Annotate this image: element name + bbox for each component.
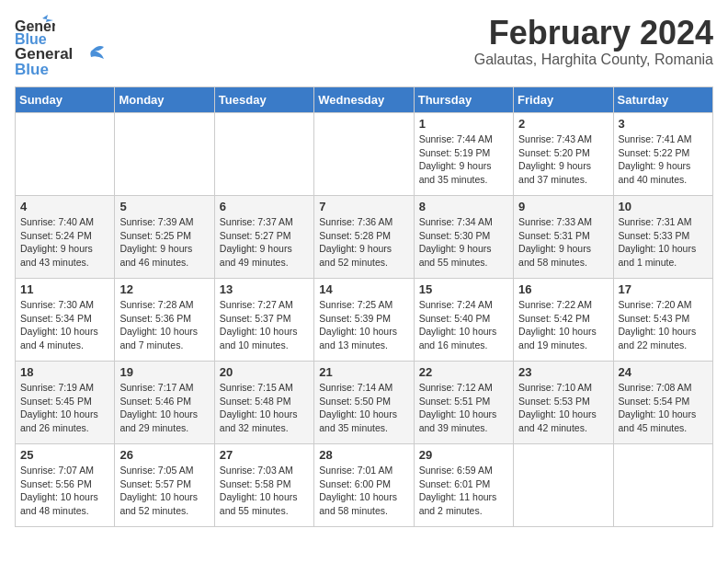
calendar-cell [514,444,613,527]
day-number: 22 [419,365,508,379]
day-number: 23 [518,365,608,379]
calendar-cell: 5Sunrise: 7:39 AM Sunset: 5:25 PM Daylig… [115,196,214,279]
day-number: 13 [220,282,309,296]
calendar-cell [214,113,313,196]
day-info: Sunrise: 7:39 AM Sunset: 5:25 PM Dayligh… [119,215,209,270]
calendar-cell: 21Sunrise: 7:14 AM Sunset: 5:50 PM Dayli… [314,362,414,444]
calendar-cell: 6Sunrise: 7:37 AM Sunset: 5:27 PM Daylig… [214,196,313,279]
calendar-cell: 25Sunrise: 7:07 AM Sunset: 5:56 PM Dayli… [16,444,115,527]
calendar-cell: 9Sunrise: 7:33 AM Sunset: 5:31 PM Daylig… [514,196,613,279]
day-info: Sunrise: 7:10 AM Sunset: 5:53 PM Dayligh… [518,381,608,435]
calendar-week-row: 18Sunrise: 7:19 AM Sunset: 5:45 PM Dayli… [16,362,713,444]
day-info: Sunrise: 7:34 AM Sunset: 5:30 PM Dayligh… [419,215,508,270]
day-number: 3 [619,117,708,131]
calendar-cell: 16Sunrise: 7:22 AM Sunset: 5:42 PM Dayli… [514,279,613,362]
day-number: 24 [619,365,708,379]
day-number: 9 [518,200,608,213]
location-subtitle: Galautas, Harghita County, Romania [474,52,713,68]
calendar-cell: 28Sunrise: 7:01 AM Sunset: 6:00 PM Dayli… [314,444,414,527]
calendar-cell: 24Sunrise: 7:08 AM Sunset: 5:54 PM Dayli… [613,362,712,444]
day-number: 8 [419,200,508,213]
day-info: Sunrise: 7:20 AM Sunset: 5:43 PM Dayligh… [619,298,708,352]
day-info: Sunrise: 7:36 AM Sunset: 5:28 PM Dayligh… [319,215,408,270]
day-info: Sunrise: 7:22 AM Sunset: 5:42 PM Dayligh… [518,298,608,352]
page-header: General Blue General Blue February 2024 … [15,15,713,79]
day-info: Sunrise: 7:12 AM Sunset: 5:51 PM Dayligh… [419,381,508,435]
day-info: Sunrise: 7:08 AM Sunset: 5:54 PM Dayligh… [619,381,708,435]
column-header-tuesday: Tuesday [214,87,313,113]
calendar-cell: 11Sunrise: 7:30 AM Sunset: 5:34 PM Dayli… [16,279,115,362]
day-number: 1 [419,117,508,131]
day-number: 26 [119,448,209,462]
column-header-thursday: Thursday [414,87,513,113]
day-info: Sunrise: 7:19 AM Sunset: 5:45 PM Dayligh… [20,381,109,435]
calendar-table: SundayMondayTuesdayWednesdayThursdayFrid… [15,86,713,527]
calendar-cell: 27Sunrise: 7:03 AM Sunset: 5:58 PM Dayli… [214,444,313,527]
day-number: 14 [319,282,408,296]
calendar-cell: 26Sunrise: 7:05 AM Sunset: 5:57 PM Dayli… [115,444,214,527]
calendar-week-row: 1Sunrise: 7:44 AM Sunset: 5:19 PM Daylig… [16,113,713,196]
day-number: 5 [119,200,209,213]
day-info: Sunrise: 7:07 AM Sunset: 5:56 PM Dayligh… [20,464,109,518]
day-info: Sunrise: 6:59 AM Sunset: 6:01 PM Dayligh… [419,464,508,518]
calendar-week-row: 4Sunrise: 7:40 AM Sunset: 5:24 PM Daylig… [16,196,713,279]
logo: General Blue General Blue [15,15,104,79]
calendar-cell [115,113,214,196]
calendar-cell: 19Sunrise: 7:17 AM Sunset: 5:46 PM Dayli… [115,362,214,444]
day-info: Sunrise: 7:01 AM Sunset: 6:00 PM Dayligh… [319,464,408,518]
day-number: 20 [220,365,309,379]
day-info: Sunrise: 7:43 AM Sunset: 5:20 PM Dayligh… [518,132,608,187]
day-info: Sunrise: 7:40 AM Sunset: 5:24 PM Dayligh… [20,215,109,270]
column-header-monday: Monday [115,87,214,113]
column-header-saturday: Saturday [613,87,712,113]
calendar-cell: 8Sunrise: 7:34 AM Sunset: 5:30 PM Daylig… [414,196,513,279]
day-number: 11 [20,282,109,296]
day-info: Sunrise: 7:30 AM Sunset: 5:34 PM Dayligh… [20,298,109,352]
calendar-cell: 18Sunrise: 7:19 AM Sunset: 5:45 PM Dayli… [16,362,115,444]
day-number: 17 [619,282,708,296]
calendar-cell [314,113,414,196]
column-header-sunday: Sunday [16,87,115,113]
title-block: February 2024 Galautas, Harghita County,… [474,15,713,68]
day-number: 28 [319,448,408,462]
calendar-cell: 23Sunrise: 7:10 AM Sunset: 5:53 PM Dayli… [514,362,613,444]
calendar-cell: 12Sunrise: 7:28 AM Sunset: 5:36 PM Dayli… [115,279,214,362]
day-number: 27 [220,448,309,462]
day-number: 15 [419,282,508,296]
day-info: Sunrise: 7:28 AM Sunset: 5:36 PM Dayligh… [119,298,209,352]
calendar-week-row: 11Sunrise: 7:30 AM Sunset: 5:34 PM Dayli… [16,279,713,362]
day-number: 7 [319,200,408,213]
day-number: 4 [20,200,109,213]
day-info: Sunrise: 7:44 AM Sunset: 5:19 PM Dayligh… [419,132,508,187]
calendar-cell: 22Sunrise: 7:12 AM Sunset: 5:51 PM Dayli… [414,362,513,444]
logo-bird-icon [74,44,104,64]
day-info: Sunrise: 7:15 AM Sunset: 5:48 PM Dayligh… [220,381,309,435]
day-info: Sunrise: 7:41 AM Sunset: 5:22 PM Dayligh… [619,132,708,187]
day-info: Sunrise: 7:24 AM Sunset: 5:40 PM Dayligh… [419,298,508,352]
day-info: Sunrise: 7:25 AM Sunset: 5:39 PM Dayligh… [319,298,408,352]
calendar-cell: 2Sunrise: 7:43 AM Sunset: 5:20 PM Daylig… [514,113,613,196]
calendar-cell [613,444,712,527]
day-number: 16 [518,282,608,296]
calendar-cell: 14Sunrise: 7:25 AM Sunset: 5:39 PM Dayli… [314,279,414,362]
calendar-cell: 7Sunrise: 7:36 AM Sunset: 5:28 PM Daylig… [314,196,414,279]
calendar-cell: 17Sunrise: 7:20 AM Sunset: 5:43 PM Dayli… [613,279,712,362]
column-header-friday: Friday [514,87,613,113]
calendar-cell: 15Sunrise: 7:24 AM Sunset: 5:40 PM Dayli… [414,279,513,362]
svg-text:Blue: Blue [15,31,47,47]
day-info: Sunrise: 7:37 AM Sunset: 5:27 PM Dayligh… [220,215,309,270]
calendar-cell [16,113,115,196]
day-number: 2 [518,117,608,131]
day-info: Sunrise: 7:33 AM Sunset: 5:31 PM Dayligh… [518,215,608,270]
day-number: 25 [20,448,109,462]
calendar-week-row: 25Sunrise: 7:07 AM Sunset: 5:56 PM Dayli… [16,444,713,527]
day-number: 18 [20,365,109,379]
day-number: 6 [220,200,309,213]
day-info: Sunrise: 7:17 AM Sunset: 5:46 PM Dayligh… [119,381,209,435]
calendar-cell: 13Sunrise: 7:27 AM Sunset: 5:37 PM Dayli… [214,279,313,362]
day-info: Sunrise: 7:05 AM Sunset: 5:57 PM Dayligh… [119,464,209,518]
calendar-cell: 1Sunrise: 7:44 AM Sunset: 5:19 PM Daylig… [414,113,513,196]
day-number: 19 [119,365,209,379]
logo-blue: Blue [15,61,49,79]
day-info: Sunrise: 7:03 AM Sunset: 5:58 PM Dayligh… [220,464,309,518]
